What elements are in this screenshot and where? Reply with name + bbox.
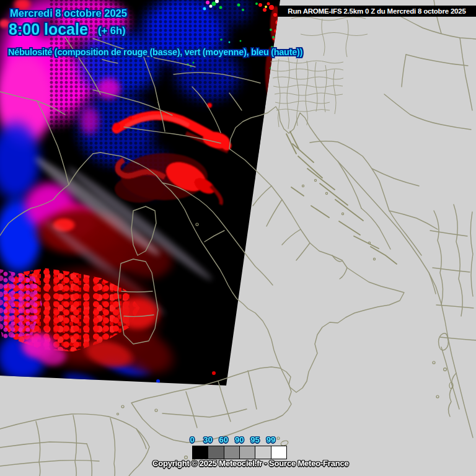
cloud-magenta-specks bbox=[0, 265, 45, 343]
cloud-blob bbox=[0, 180, 53, 291]
legend-color-cell bbox=[224, 446, 239, 459]
legend-color-cell bbox=[271, 446, 286, 459]
cloud-streak bbox=[31, 152, 164, 260]
cloud-blob bbox=[32, 342, 73, 370]
cloud-blob bbox=[0, 263, 37, 344]
map-borders-layer bbox=[0, 0, 476, 476]
time-label: 8:00 locale bbox=[9, 20, 88, 38]
legend-color-cell bbox=[208, 446, 223, 459]
cloud-blob bbox=[76, 100, 104, 141]
cloud-blob bbox=[0, 319, 59, 394]
cloud-blob bbox=[73, 222, 166, 281]
cloud-cover-legend: 03060909599 bbox=[192, 435, 291, 460]
legend-tick-label: 30 bbox=[203, 435, 212, 444]
cloud-blob bbox=[46, 62, 185, 196]
run-info-banner: Run AROME-IFS 2.5km 0 Z du Mercredi 8 oc… bbox=[278, 6, 476, 17]
time-offset-label: (+ 6h) bbox=[98, 25, 125, 37]
legend-tick-label: 0 bbox=[190, 435, 194, 444]
cloud-detail-layer bbox=[0, 0, 476, 476]
cloud-blob bbox=[107, 290, 169, 337]
cloud-blob bbox=[0, 102, 53, 220]
cloud-blob bbox=[0, 247, 189, 389]
cloud-blob bbox=[14, 327, 63, 364]
cloud-blob bbox=[53, 364, 108, 397]
cloud-blob bbox=[11, 170, 89, 242]
legend-color-cell bbox=[255, 446, 270, 459]
cloud-blob bbox=[110, 133, 185, 208]
weather-map-screenshot: Mercredi 8 octobre 2025 8:00 locale (+ 6… bbox=[0, 0, 476, 476]
cloud-blob bbox=[201, 0, 263, 34]
legend-tick-label: 99 bbox=[267, 435, 275, 444]
cloud-blob bbox=[70, 328, 148, 380]
legend-color-bar bbox=[192, 446, 287, 459]
layer-subtitle: Nébulosité (composition de rouge (basse)… bbox=[8, 47, 302, 57]
cloud-blob bbox=[83, 337, 166, 389]
cloud-blob bbox=[113, 234, 184, 287]
cloud-blob bbox=[158, 34, 257, 115]
cloud-streak bbox=[64, 163, 216, 284]
copyright-notice: Copyright © 2025 Meteociel.fr - Source M… bbox=[152, 459, 349, 468]
legend-color-cell bbox=[239, 446, 255, 459]
legend-tick-label: 95 bbox=[250, 435, 259, 444]
legend-tick-label: 90 bbox=[235, 435, 244, 444]
cloud-blob bbox=[48, 216, 79, 234]
legend-color-cell bbox=[193, 446, 208, 459]
cloud-blob bbox=[17, 200, 144, 265]
cloud-blob bbox=[45, 193, 107, 246]
date-label: Mercredi 8 octobre 2025 bbox=[10, 7, 127, 19]
model-domain-cloud-composite bbox=[0, 0, 476, 476]
cloud-blob bbox=[119, 0, 249, 84]
cloud-streak bbox=[43, 218, 169, 319]
cloud-blob bbox=[84, 304, 199, 398]
cloud-cumulus-field bbox=[0, 260, 148, 359]
cloud-blob bbox=[92, 73, 126, 104]
run-info-text: Run AROME-IFS 2.5km 0 Z du Mercredi 8 oc… bbox=[288, 7, 465, 15]
legend-ticks: 03060909599 bbox=[192, 435, 287, 445]
legend-tick-label: 60 bbox=[219, 435, 228, 444]
